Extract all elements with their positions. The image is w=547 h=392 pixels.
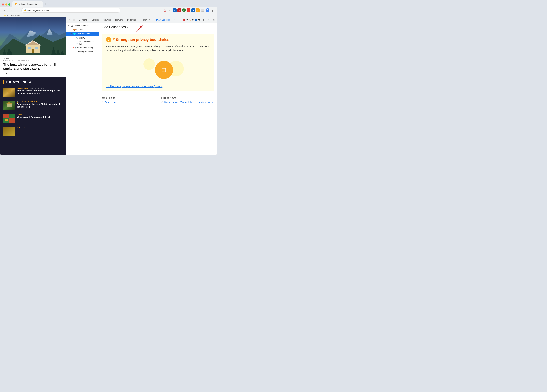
- extension-icon-5[interactable]: S: [191, 8, 195, 12]
- pick-category-travel: TRAVEL: [17, 114, 63, 115]
- pick-item-animals[interactable]: ANIMALS: [0, 125, 66, 138]
- tab-sources[interactable]: Sources: [101, 17, 113, 23]
- svg-rect-24: [9, 118, 15, 123]
- devtools-close-button[interactable]: ✕: [212, 18, 216, 22]
- extension-icon-3[interactable]: ✓: [182, 8, 186, 12]
- pick-item-history[interactable]: 🔒 HISTORY & CULTURE Remembering the year…: [0, 99, 66, 112]
- tree-item-site-boundaries[interactable]: ▼ 🌐 Site Boundaries ⊞: [66, 32, 99, 36]
- tree-item-tracking-protection[interactable]: ▶ 🛡 Tracking Protection: [66, 50, 99, 54]
- tracking-protection-icon: 🛡: [73, 50, 76, 53]
- tree-item-privacy-sandbox[interactable]: ▼ 🏖 Privacy Sandbox: [66, 24, 99, 28]
- device-icon[interactable]: ⬜: [72, 18, 76, 22]
- latest-news-link[interactable]: Digiday survey: Why publishers are ready…: [162, 100, 215, 104]
- tab-elements[interactable]: Elements: [76, 17, 89, 23]
- warning-count: 32: [192, 19, 194, 21]
- tree-label-cookies: Cookies: [76, 28, 98, 31]
- pick-item-environment[interactable]: ENVIRONMENT 2023 IN REVIEW Signs of alar…: [0, 86, 66, 99]
- new-tab-button[interactable]: +: [43, 2, 48, 6]
- svg-rect-28: [3, 127, 15, 136]
- cursor-icon[interactable]: ↖: [68, 18, 72, 22]
- tree-label-privacy-sandbox: Privacy Sandbox: [74, 25, 98, 27]
- info-card: B # Strengthen privacy boundaries Propos…: [102, 34, 214, 91]
- star-icon[interactable]: ☆: [168, 8, 172, 12]
- info-dot: i: [195, 19, 198, 21]
- tab-more[interactable]: »: [172, 17, 178, 23]
- tab-title: National Geographic: [19, 3, 37, 5]
- report-bug-link[interactable]: Report a bug: [102, 100, 155, 104]
- extension-icon-7[interactable]: ⬜: [201, 8, 205, 12]
- site-boundaries-icon: 🌐: [73, 33, 76, 35]
- devtools-tab-bar: ↖ ⬜ Elements Console Sources Network Per…: [66, 17, 217, 23]
- tab-close-button[interactable]: ✕: [38, 3, 41, 6]
- all-bookmarks-link[interactable]: 📁 All Bookmarks: [4, 14, 20, 16]
- tab-network[interactable]: Network: [113, 17, 125, 23]
- content-area: TRAVEL ADVENTURES EVERYWHERE The best wi…: [0, 17, 217, 155]
- reload-button[interactable]: ↻: [15, 8, 20, 13]
- tree-item-cookies[interactable]: ▶ 🍪 Cookies: [66, 28, 99, 32]
- devtools-settings-button[interactable]: ⚙: [201, 18, 205, 22]
- cookies-icon: 🍪: [73, 28, 76, 31]
- extension-icon-1[interactable]: B: [173, 8, 177, 12]
- browser-window: NG National Geographic ✕ + ⌄ ← → ↻ 🔒 nat…: [0, 0, 217, 155]
- eye-slash-icon[interactable]: 🚫: [163, 8, 167, 12]
- pick-title-history: Remembering the year Christmas really di…: [17, 103, 63, 108]
- tree-item-chips[interactable]: 🔧 CHIPS: [66, 36, 99, 40]
- panel-title-text: Site Boundaries: [103, 25, 126, 29]
- extension-icon-4[interactable]: N: [187, 8, 190, 12]
- tab-expand-button[interactable]: ⌄: [211, 3, 214, 6]
- pick-title-travel: What to pack for an overnight trip: [17, 116, 63, 119]
- expand-tracking-icon[interactable]: ▶: [70, 51, 72, 53]
- expand-cookies-icon[interactable]: ▶: [70, 28, 72, 31]
- read-link[interactable]: ≡ READ: [3, 73, 63, 74]
- close-button[interactable]: [2, 3, 4, 6]
- tree-label-site-boundaries: Site Boundaries: [76, 33, 94, 35]
- tree-item-related-website-sets[interactable]: 🔗 Related Website Sets: [66, 40, 99, 46]
- info-description: Proposals to create and strengthen cross…: [106, 45, 210, 53]
- pick-item-travel[interactable]: TRAVEL What to pack for an overnight tri…: [0, 112, 66, 125]
- expand-site-boundaries-icon[interactable]: ▼: [70, 33, 72, 35]
- more-tools-button[interactable]: ⋮: [211, 8, 214, 12]
- tab-console[interactable]: Console: [89, 17, 101, 23]
- active-tab[interactable]: NG National Geographic ✕: [12, 1, 43, 7]
- rws-spacer: [73, 42, 75, 44]
- related-websites-icon: 🔗: [76, 41, 78, 44]
- svg-line-30: [136, 25, 142, 32]
- minimize-button[interactable]: [5, 3, 7, 6]
- devtools-icons: ↖ ⬜: [68, 18, 76, 22]
- url-bar[interactable]: 🔒 nationalgeographic.com: [21, 8, 120, 13]
- tab-performance[interactable]: Performance: [125, 17, 141, 23]
- collapse-icon[interactable]: ▼: [68, 25, 70, 27]
- fence-illustration: ⊞: [106, 56, 210, 82]
- section-title: TODAY'S PICKS: [5, 80, 33, 84]
- panel-title-chevron[interactable]: ▾: [127, 26, 128, 28]
- extension-icon-2[interactable]: O: [178, 8, 181, 12]
- devtools-more-button[interactable]: ⋮: [206, 18, 211, 22]
- extension-icon-6[interactable]: ★: [196, 8, 200, 12]
- address-bar: ← → ↻ 🔒 nationalgeographic.com 🚫 ☆ B O ✓…: [0, 7, 217, 14]
- devtools-action-buttons: ✕ 27 ⚠ 32 i 74 ⚙ ⋮ ✕: [183, 18, 216, 22]
- expand-advertising-icon[interactable]: ▶: [70, 47, 72, 49]
- svg-rect-25: [9, 114, 15, 118]
- tab-privacy-sandbox[interactable]: Privacy Sandbox: [153, 17, 172, 23]
- report-bug-text: Report a bug: [105, 101, 117, 103]
- fence-icon-circle: ⊞: [155, 61, 173, 79]
- pick-category-animals: ANIMALS: [17, 127, 63, 129]
- pick-meta-animals: ANIMALS: [17, 127, 63, 129]
- latest-news-text: Digiday survey: Why publishers are ready…: [164, 101, 214, 103]
- svg-point-18: [7, 89, 11, 93]
- tab-memory[interactable]: Memory: [141, 17, 153, 23]
- circle-decoration-left: [143, 58, 155, 70]
- pick-title-environment: Signs of alarm—and reasons to hope—for t…: [17, 89, 63, 95]
- tree-action-icon[interactable]: ⊞: [95, 32, 98, 35]
- forward-button[interactable]: →: [9, 8, 14, 13]
- pick-meta-travel: TRAVEL What to pack for an overnight tri…: [17, 114, 63, 119]
- error-dot: ✕: [183, 19, 185, 21]
- profile-icon[interactable]: G: [205, 8, 210, 12]
- maximize-button[interactable]: [8, 3, 10, 6]
- info-badge-icon: B: [106, 37, 111, 42]
- news-bullet-dot: [162, 101, 163, 103]
- panel-title: Site Boundaries ▾: [103, 25, 128, 29]
- tree-item-private-advertising[interactable]: ▶ 📢 Private Advertising: [66, 46, 99, 50]
- chips-link[interactable]: Cookies Having Independent Partitioned S…: [106, 85, 163, 88]
- back-button[interactable]: ←: [3, 8, 7, 13]
